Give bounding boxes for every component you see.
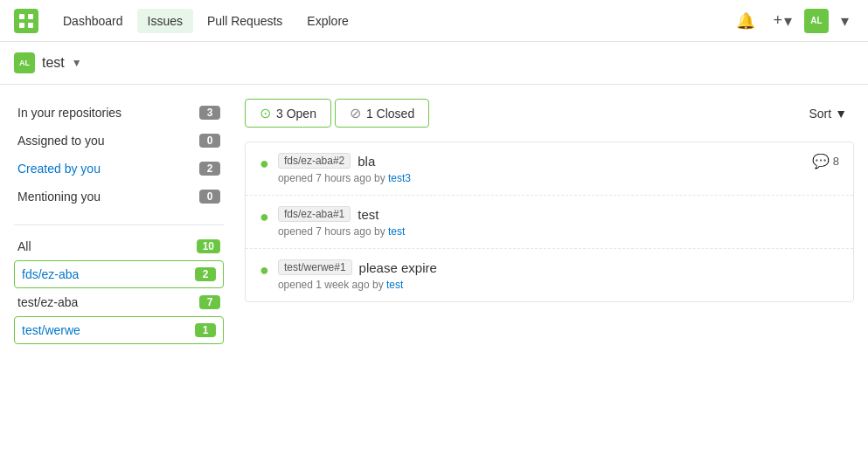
issue-title-1[interactable]: test (358, 207, 378, 222)
chevron-down-icon: ▾ (841, 11, 849, 31)
top-navigation: Dashboard Issues Pull Requests Explore 🔔… (0, 0, 868, 42)
issue-author-link-0[interactable]: test3 (388, 172, 411, 184)
sidebar-count-mentioning: 0 (199, 190, 220, 204)
sidebar-label-mentioning: Mentioning you (17, 190, 101, 204)
content-area: ⊙ 3 Open ⊘ 1 Closed Sort ▼ ● (245, 99, 854, 358)
table-row: ● fds/ez-aba#1 test opened 7 hours ago b… (246, 196, 853, 249)
issue-meta-2: opened 1 week ago by test (278, 279, 437, 291)
issue-repo-tag-0[interactable]: fds/ez-aba#2 (278, 153, 351, 169)
sidebar-item-test-werwe[interactable]: test/werwe 1 (14, 316, 224, 344)
comment-count-0: 8 (833, 155, 839, 168)
tab-open-label: 3 Open (276, 107, 316, 121)
org-title: test (42, 55, 65, 71)
closed-circle-icon: ⊘ (350, 105, 361, 121)
sidebar-item-fds-ez-aba[interactable]: fds/ez-aba 2 (14, 260, 224, 288)
comment-icon-0: 💬 (812, 153, 830, 169)
open-issue-icon: ● (260, 208, 269, 226)
issue-title-row-1: fds/ez-aba#1 test (278, 206, 405, 222)
issue-left-2: ● test/werwe#1 please expire opened 1 we… (260, 259, 437, 291)
issue-left-1: ● fds/ez-aba#1 test opened 7 hours ago b… (260, 206, 405, 238)
nav-issues[interactable]: Issues (137, 9, 193, 33)
issue-meta-0: opened 7 hours ago by test3 (278, 172, 411, 184)
tab-row: ⊙ 3 Open ⊘ 1 Closed Sort ▼ (245, 99, 854, 128)
sidebar-item-in-your-repos[interactable]: In your repositories 3 (14, 99, 224, 127)
sort-icon: ▼ (835, 107, 847, 121)
user-avatar[interactable]: AL (804, 9, 829, 33)
issue-meta-text-1: opened 7 hours ago by (278, 225, 385, 238)
tab-closed-label: 1 Closed (366, 107, 414, 121)
sidebar-label-assigned: Assigned to you (17, 134, 105, 148)
sidebar-section-repos: All 10 fds/ez-aba 2 test/ez-aba 7 test/w… (14, 232, 224, 344)
sidebar-label-fds-ez-aba: fds/ez-aba (22, 267, 79, 281)
sidebar-label-all: All (17, 239, 31, 253)
issue-repo-tag-1[interactable]: fds/ez-aba#1 (278, 206, 351, 222)
user-dropdown-button[interactable]: ▾ (836, 8, 854, 34)
org-dropdown-arrow[interactable]: ▼ (72, 57, 82, 69)
plus-icon: + (773, 11, 782, 30)
issue-meta-text-0: opened 7 hours ago by (278, 172, 385, 184)
svg-rect-2 (19, 23, 24, 28)
svg-rect-0 (19, 14, 24, 19)
open-issue-icon: ● (260, 261, 269, 280)
tab-buttons: ⊙ 3 Open ⊘ 1 Closed (245, 99, 429, 128)
issue-repo-tag-2[interactable]: test/werwe#1 (278, 259, 352, 275)
sidebar-section-filters: In your repositories 3 Assigned to you 0… (14, 99, 224, 211)
issue-list: ● fds/ez-aba#2 bla opened 7 hours ago by… (245, 142, 854, 302)
sort-label: Sort (809, 107, 831, 121)
nav-explore[interactable]: Explore (296, 9, 358, 33)
issue-author-link-2[interactable]: test (386, 279, 403, 291)
sidebar-count-all: 10 (197, 239, 220, 253)
sidebar-count-fds-ez-aba: 2 (195, 267, 216, 281)
issue-info-2: test/werwe#1 please expire opened 1 week… (278, 259, 437, 291)
issue-meta-1: opened 7 hours ago by test (278, 225, 405, 238)
sidebar-item-mentioning[interactable]: Mentioning you 0 (14, 183, 224, 211)
issue-title-row-0: fds/ez-aba#2 bla (278, 153, 411, 169)
sidebar-count-in-your-repos: 3 (199, 106, 220, 120)
nav-pull-requests[interactable]: Pull Requests (197, 9, 293, 33)
issue-title-2[interactable]: please expire (359, 260, 437, 275)
sidebar-count-test-ez-aba: 7 (199, 295, 220, 309)
sidebar-divider (14, 224, 224, 225)
tab-closed[interactable]: ⊘ 1 Closed (335, 99, 429, 128)
table-row: ● fds/ez-aba#2 bla opened 7 hours ago by… (246, 142, 853, 196)
sidebar-label-test-werwe: test/werwe (22, 323, 80, 337)
nav-dashboard[interactable]: Dashboard (52, 9, 134, 33)
subheader: AL test ▼ (0, 42, 868, 85)
sidebar-label-created: Created by you (17, 162, 101, 176)
issue-right-0: 💬 8 (812, 153, 839, 169)
nav-links: Dashboard Issues Pull Requests Explore (52, 9, 731, 33)
sort-button[interactable]: Sort ▼ (802, 103, 854, 124)
open-circle-icon: ⊙ (260, 105, 271, 121)
issue-info-0: fds/ez-aba#2 bla opened 7 hours ago by t… (278, 153, 411, 184)
sidebar-count-created: 2 (199, 162, 220, 176)
issue-title-0[interactable]: bla (358, 154, 375, 169)
sidebar-label-test-ez-aba: test/ez-aba (17, 295, 78, 309)
sidebar-label-in-your-repos: In your repositories (17, 106, 122, 120)
issue-title-row-2: test/werwe#1 please expire (278, 259, 437, 275)
notification-button[interactable]: 🔔 (731, 8, 760, 34)
sidebar-item-assigned[interactable]: Assigned to you 0 (14, 127, 224, 155)
sidebar-item-all[interactable]: All 10 (14, 232, 224, 260)
issue-info-1: fds/ez-aba#1 test opened 7 hours ago by … (278, 206, 405, 238)
issue-author-link-1[interactable]: test (388, 225, 405, 238)
create-button[interactable]: + ▾ (767, 8, 797, 34)
sidebar-item-test-ez-aba[interactable]: test/ez-aba 7 (14, 288, 224, 316)
table-row: ● test/werwe#1 please expire opened 1 we… (246, 249, 853, 301)
bell-icon: 🔔 (736, 11, 755, 31)
issue-left-0: ● fds/ez-aba#2 bla opened 7 hours ago by… (260, 153, 411, 184)
issue-meta-text-2: opened 1 week ago by (278, 279, 384, 291)
svg-rect-1 (28, 14, 33, 19)
sidebar-item-created[interactable]: Created by you 2 (14, 155, 224, 183)
sidebar: In your repositories 3 Assigned to you 0… (14, 99, 224, 358)
sidebar-count-test-werwe: 1 (195, 323, 216, 337)
org-avatar: AL (14, 52, 35, 73)
topnav-right: 🔔 + ▾ AL ▾ (731, 8, 854, 34)
tab-open[interactable]: ⊙ 3 Open (245, 99, 331, 128)
site-logo[interactable] (14, 9, 38, 33)
svg-rect-3 (28, 23, 33, 28)
main-layout: In your repositories 3 Assigned to you 0… (0, 85, 868, 372)
chevron-down-icon: ▾ (784, 11, 792, 31)
sidebar-count-assigned: 0 (199, 134, 220, 148)
open-issue-icon: ● (260, 155, 269, 173)
